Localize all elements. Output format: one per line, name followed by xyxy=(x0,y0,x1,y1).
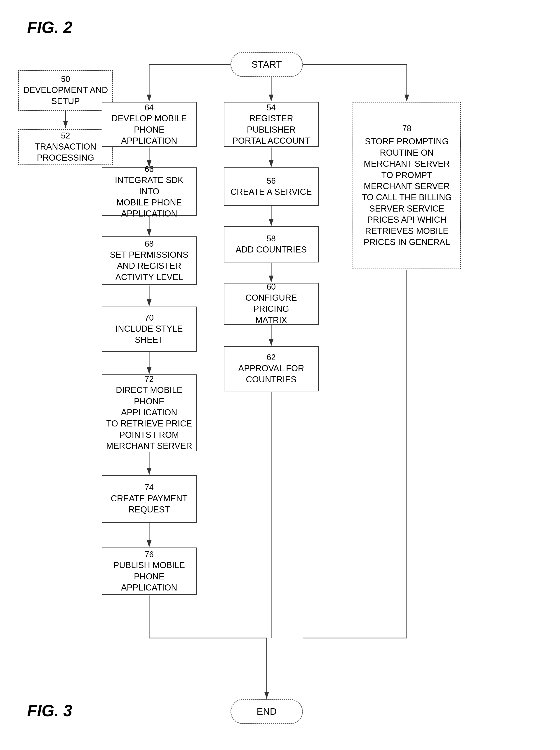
box-58-text: ADD COUNTRIES xyxy=(236,244,307,255)
box-64-text: DEVELOP MOBILEPHONE APPLICATION xyxy=(106,113,193,146)
fig3-label: FIG. 3 xyxy=(27,702,72,720)
box-76: 76 PUBLISH MOBILEPHONE APPLICATION xyxy=(102,548,196,595)
start-oval: START xyxy=(230,52,303,77)
start-label: START xyxy=(251,59,282,70)
box-72-num: 72 xyxy=(145,374,154,384)
box-68-num: 68 xyxy=(145,239,154,249)
box-68-text: SET PERMISSIONSAND REGISTERACTIVITY LEVE… xyxy=(110,249,188,283)
box-62-num: 62 xyxy=(267,352,276,363)
box-50-num: 50 xyxy=(61,74,70,85)
box-56-num: 56 xyxy=(267,176,276,186)
end-label: END xyxy=(257,706,277,717)
box-72-text: DIRECT MOBILEPHONE APPLICATIONTO RETRIEV… xyxy=(106,384,193,452)
box-66: 66 INTEGRATE SDK INTOMOBILE PHONEAPPLICA… xyxy=(102,167,196,216)
box-58: 58 ADD COUNTRIES xyxy=(224,226,319,262)
box-78-text: STORE PROMPTINGROUTINE ONMERCHANT SERVER… xyxy=(362,136,452,248)
page: FIG. 2 FIG. 3 START END 50 DEVELOPMENT A… xyxy=(0,0,560,750)
box-54: 54 REGISTER PUBLISHERPORTAL ACCOUNT xyxy=(224,102,319,147)
box-60: 60 CONFIGURE PRICINGMATRIX xyxy=(224,283,319,325)
box-68: 68 SET PERMISSIONSAND REGISTERACTIVITY L… xyxy=(102,236,196,285)
box-70-text: INCLUDE STYLESHEET xyxy=(116,323,183,346)
box-64: 64 DEVELOP MOBILEPHONE APPLICATION xyxy=(102,102,196,147)
box-78: 78 STORE PROMPTINGROUTINE ONMERCHANT SER… xyxy=(353,102,461,269)
box-60-num: 60 xyxy=(267,282,276,292)
box-52-num: 52 xyxy=(61,131,70,141)
box-70: 70 INCLUDE STYLESHEET xyxy=(102,307,196,352)
box-66-text: INTEGRATE SDK INTOMOBILE PHONEAPPLICATIO… xyxy=(106,175,193,219)
box-76-text: PUBLISH MOBILEPHONE APPLICATION xyxy=(106,560,193,593)
box-52: 52 TRANSACTIONPROCESSING xyxy=(18,129,113,165)
box-74: 74 CREATE PAYMENTREQUEST xyxy=(102,475,196,522)
box-54-num: 54 xyxy=(267,102,276,113)
end-oval: END xyxy=(230,699,303,724)
box-56-text: CREATE A SERVICE xyxy=(230,186,312,198)
box-72: 72 DIRECT MOBILEPHONE APPLICATIONTO RETR… xyxy=(102,374,196,451)
box-64-num: 64 xyxy=(145,102,154,113)
box-78-num: 78 xyxy=(402,123,411,134)
box-74-text: CREATE PAYMENTREQUEST xyxy=(111,493,188,515)
box-50: 50 DEVELOPMENT ANDSETUP xyxy=(18,70,113,111)
box-52-text: TRANSACTIONPROCESSING xyxy=(35,141,96,163)
box-66-num: 66 xyxy=(145,164,154,175)
box-54-text: REGISTER PUBLISHERPORTAL ACCOUNT xyxy=(228,113,315,146)
box-50-text: DEVELOPMENT ANDSETUP xyxy=(23,85,108,107)
fig2-label: FIG. 2 xyxy=(27,18,72,37)
box-62-text: APPROVAL FORCOUNTRIES xyxy=(238,363,304,385)
box-56: 56 CREATE A SERVICE xyxy=(224,167,319,206)
box-74-num: 74 xyxy=(145,482,154,493)
box-60-text: CONFIGURE PRICINGMATRIX xyxy=(228,292,315,326)
box-76-num: 76 xyxy=(145,549,154,560)
box-62: 62 APPROVAL FORCOUNTRIES xyxy=(224,346,319,391)
box-70-num: 70 xyxy=(145,313,154,323)
box-58-num: 58 xyxy=(267,234,276,244)
